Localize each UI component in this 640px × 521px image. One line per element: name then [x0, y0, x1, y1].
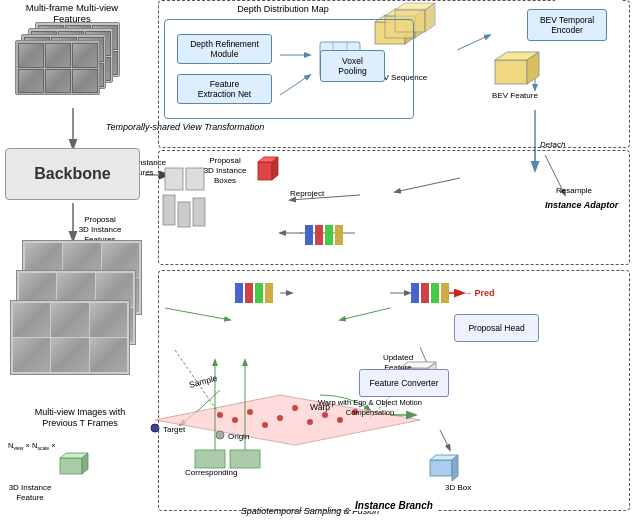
- stacked-img-1: [15, 40, 100, 95]
- backbone-label: Backbone: [34, 165, 110, 183]
- main-container: → Pred: [0, 0, 640, 521]
- voxel-pool-label: VoxelPooling: [338, 56, 366, 76]
- feat-extract-label: FeatureExtraction Net: [198, 79, 251, 99]
- instance-branch-box: Instance Branch Multi-head Self-Attentio…: [158, 270, 630, 511]
- depth-refine-label: Depth RefinementModule: [190, 39, 259, 59]
- middle-box: Proposal Head Feature Converter: [158, 150, 630, 265]
- top-stacked-images: [15, 22, 125, 102]
- bev-temporal-label: BEV TemporalEncoder: [540, 15, 594, 35]
- depth-refine-box: Depth RefinementModule: [177, 34, 272, 64]
- voxel-pool-box: VoxelPooling: [320, 50, 385, 82]
- bottom-img-1: [10, 300, 130, 375]
- temp-shared-box: Depth RefinementModule FeatureExtraction…: [164, 19, 414, 119]
- bev-branch-box: BEV Branch Depth RefinementModule Featur…: [158, 0, 630, 148]
- right-panel: BEV Branch Depth RefinementModule Featur…: [158, 0, 630, 511]
- bottom-stacked-images: Multi-view Images withPrevious T Frames: [10, 240, 150, 415]
- left-panel: Multi-frame Multi-viewFeatures Backbone: [0, 0, 155, 521]
- bottom-caption: Multi-view Images withPrevious T Frames: [10, 407, 150, 430]
- feat-extract-box: FeatureExtraction Net: [177, 74, 272, 104]
- backbone-box: Backbone: [5, 148, 140, 200]
- bev-branch-label: BEV Branch: [555, 0, 621, 2]
- bev-temporal-box: BEV TemporalEncoder: [527, 9, 607, 41]
- instance-branch-label: Instance Branch: [351, 500, 437, 511]
